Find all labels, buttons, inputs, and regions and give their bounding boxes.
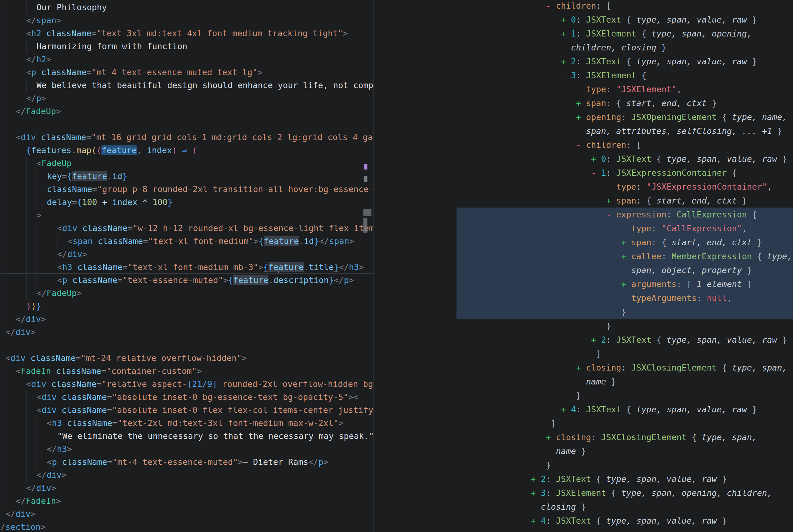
ast-line[interactable]: -children: [: [374, 138, 793, 152]
ast-line[interactable]: +span: { start, end, ctxt }: [374, 194, 793, 208]
expand-icon[interactable]: +: [576, 96, 586, 110]
expand-icon[interactable]: +: [546, 430, 556, 444]
code-line[interactable]: <FadeUp: [0, 157, 373, 170]
collapse-icon[interactable]: -: [606, 208, 616, 222]
code-line[interactable]: <div className="absolute inset-0 flex fl…: [0, 404, 373, 417]
ast-line[interactable]: closing }: [374, 500, 793, 514]
code-line[interactable]: <div className="w-12 h-12 rounded-xl bg-…: [0, 222, 373, 235]
ast-line[interactable]: ]: [374, 347, 793, 361]
ast-line[interactable]: name }: [374, 444, 793, 458]
code-line[interactable]: <h2 className="text-3xl md:text-4xl font…: [0, 27, 373, 40]
code-line[interactable]: [0, 339, 373, 352]
expand-icon[interactable]: +: [561, 13, 571, 26]
code-line[interactable]: </span>: [0, 14, 373, 27]
code-line[interactable]: <FadeIn className="container-custom">: [0, 365, 373, 378]
code-line[interactable]: <span className="text-xl font-medium">{f…: [0, 235, 373, 248]
ast-line-selected[interactable]: +span: { start, end, ctxt }: [374, 235, 793, 249]
code-line[interactable]: <div className="absolute inset-0 bg-esse…: [0, 391, 373, 404]
ast-line-selected[interactable]: typeArguments: null,: [374, 291, 793, 305]
ast-line[interactable]: }: [374, 458, 793, 472]
expand-icon[interactable]: +: [561, 54, 571, 68]
ast-line[interactable]: +2: JSXText { type, span, value, raw }: [374, 333, 793, 347]
code-line[interactable]: </div>: [0, 326, 373, 339]
code-line[interactable]: Our Philosophy: [0, 1, 373, 14]
ast-line[interactable]: }: [374, 319, 793, 333]
ast-line-selected[interactable]: -expression: CallExpression {: [374, 208, 793, 222]
ast-line[interactable]: +4: JSXText { type, span, value, raw }: [374, 402, 793, 416]
ast-line[interactable]: +0: JSXText { type, span, value, raw }: [374, 13, 793, 26]
code-line[interactable]: </div>: [0, 469, 373, 481]
ast-line[interactable]: +3: JSXElement { type, span, opening, ch…: [374, 486, 793, 500]
expand-icon[interactable]: +: [621, 249, 632, 263]
ast-line[interactable]: ]: [374, 416, 793, 430]
expand-icon[interactable]: +: [576, 110, 586, 124]
expand-icon[interactable]: +: [591, 152, 601, 166]
code-line[interactable]: </FadeIn>: [0, 495, 373, 508]
expand-icon[interactable]: +: [606, 194, 616, 208]
ast-line[interactable]: children, closing }: [374, 40, 793, 54]
code-line[interactable]: </section>: [0, 520, 373, 532]
code-line[interactable]: </h3>: [0, 443, 373, 456]
ast-line[interactable]: }: [374, 388, 793, 402]
code-line[interactable]: <div className="relative aspect-[21/9] r…: [0, 378, 373, 391]
expand-icon[interactable]: +: [531, 472, 541, 486]
ast-line[interactable]: -children: [: [374, 0, 793, 13]
ast-line[interactable]: +2: JSXText { type, span, value, raw }: [374, 472, 793, 486]
ast-line[interactable]: +closing: JSXClosingElement { type, span…: [374, 430, 793, 444]
code-line[interactable]: </p>: [0, 92, 373, 105]
collapse-icon[interactable]: -: [591, 166, 601, 180]
code-line[interactable]: <p className="text-essence-muted">{featu…: [0, 274, 373, 287]
scrollbar-thumb[interactable]: [363, 218, 367, 233]
code-line[interactable]: </div>: [0, 248, 373, 261]
ast-line-selected[interactable]: span, object, property }: [374, 263, 793, 277]
ast-line-selected[interactable]: }: [374, 305, 793, 319]
code-line[interactable]: </div>: [0, 481, 373, 495]
code-line[interactable]: ))}: [0, 300, 373, 313]
code-line-current[interactable]: <h3 className="text-xl font-medium mb-3"…: [0, 261, 373, 274]
code-line[interactable]: delay={100 + index * 100}: [0, 196, 373, 209]
ast-line[interactable]: type: "JSXElement",: [374, 82, 793, 96]
collapse-icon[interactable]: -: [576, 138, 586, 152]
code-line[interactable]: </div>: [0, 508, 373, 520]
ast-line[interactable]: +closing: JSXClosingElement { type, span…: [374, 361, 793, 375]
code-line[interactable]: <p className="mt-4 text-essence-muted te…: [0, 66, 373, 79]
code-editor[interactable]: Our Philosophy</span><h2 className="text…: [0, 0, 373, 532]
ast-line-selected[interactable]: +callee: MemberExpression { type,: [374, 249, 793, 263]
code-line[interactable]: <h3 className="text-2xl md:text-3xl font…: [0, 417, 373, 430]
collapse-icon[interactable]: -: [561, 68, 571, 82]
code-line[interactable]: Harmonizing form with function: [0, 40, 373, 53]
collapse-icon[interactable]: -: [546, 0, 556, 13]
code-line[interactable]: key={feature.id}: [0, 170, 373, 183]
ast-line[interactable]: type: "JSXExpressionContainer",: [374, 180, 793, 194]
ast-line[interactable]: span, attributes, selfClosing, ... +1 }: [374, 124, 793, 138]
ast-line[interactable]: +0: JSXText { type, span, value, raw }: [374, 152, 793, 166]
code-line[interactable]: {features.map((feature, index) ⇒ (: [0, 144, 373, 157]
code-line[interactable]: [0, 118, 373, 131]
code-line[interactable]: <p className="mt-4 text-essence-muted">—…: [0, 456, 373, 469]
ast-line[interactable]: +opening: JSXOpeningElement { type, name…: [374, 110, 793, 124]
expand-icon[interactable]: +: [561, 402, 571, 416]
ast-line[interactable]: -1: JSXExpressionContainer {: [374, 166, 793, 180]
code-line[interactable]: </FadeUp>: [0, 105, 373, 118]
expand-icon[interactable]: +: [531, 486, 541, 500]
ast-line[interactable]: +1: JSXElement { type, span, opening,: [374, 26, 793, 40]
ast-line[interactable]: +2: JSXText { type, span, value, raw }: [374, 54, 793, 68]
ast-line[interactable]: -3: JSXElement {: [374, 68, 793, 82]
expand-icon[interactable]: +: [621, 277, 632, 291]
code-line[interactable]: <div className="mt-24 relative overflow-…: [0, 352, 373, 365]
code-line[interactable]: </div>: [0, 313, 373, 326]
expand-icon[interactable]: +: [621, 235, 632, 249]
ast-line[interactable]: name }: [374, 375, 793, 388]
code-line[interactable]: >: [0, 209, 373, 222]
ast-line[interactable]: +4: JSXText { type, span, value, raw }: [374, 514, 793, 528]
expand-icon[interactable]: +: [591, 333, 601, 347]
ast-line-selected[interactable]: type: "CallExpression",: [374, 222, 793, 235]
expand-icon[interactable]: +: [576, 361, 586, 375]
code-line[interactable]: We believe that beautiful design should …: [0, 79, 373, 92]
code-line[interactable]: </FadeUp>: [0, 287, 373, 300]
expand-icon[interactable]: +: [561, 26, 571, 40]
code-line[interactable]: <div className="mt-16 grid grid-cols-1 m…: [0, 131, 373, 144]
code-line[interactable]: "We eliminate the unnecessary so that th…: [0, 430, 373, 443]
code-line[interactable]: className="group p-8 rounded-2xl transit…: [0, 183, 373, 196]
code-line[interactable]: </h2>: [0, 53, 373, 66]
